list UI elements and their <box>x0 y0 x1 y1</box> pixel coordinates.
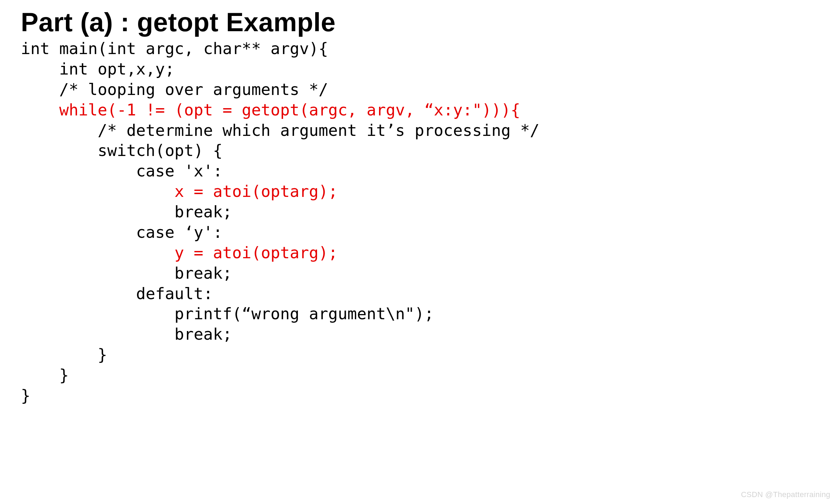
slide-title: Part (a) : getopt Example <box>21 7 819 37</box>
code-line-highlight: x = atoi(optarg); <box>21 182 338 201</box>
code-line: /* determine which argument it’s process… <box>21 121 540 140</box>
code-line: case ‘y': <box>21 223 223 242</box>
slide: Part (a) : getopt Example int main(int a… <box>0 0 840 406</box>
code-line: } <box>21 386 31 405</box>
code-line: int opt,x,y; <box>21 60 174 78</box>
code-line: printf(“wrong argument\n"); <box>21 304 434 323</box>
code-line: break; <box>21 264 232 283</box>
watermark: CSDN @Thepatterraining <box>741 490 830 499</box>
code-line: default: <box>21 284 213 303</box>
code-line: } <box>21 366 69 384</box>
code-line: switch(opt) { <box>21 141 223 160</box>
code-line: /* looping over arguments */ <box>21 80 328 99</box>
code-line: } <box>21 345 107 364</box>
code-line: break; <box>21 325 232 344</box>
code-line: int main(int argc, char** argv){ <box>21 39 328 58</box>
code-block: int main(int argc, char** argv){ int opt… <box>21 38 819 406</box>
code-line: break; <box>21 202 232 221</box>
code-line-highlight: y = atoi(optarg); <box>21 243 338 262</box>
code-line: case 'x': <box>21 162 223 180</box>
code-line-highlight: while(-1 != (opt = getopt(argc, argv, “x… <box>21 101 520 119</box>
